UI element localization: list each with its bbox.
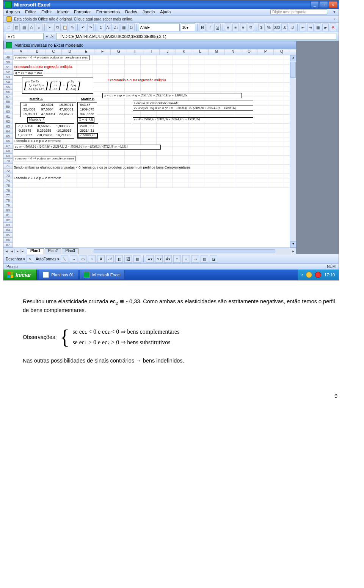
draw-menu[interactable]: Desenhar ▾ bbox=[6, 257, 25, 261]
row-71[interactable]: 71 bbox=[3, 164, 13, 169]
align-left-icon[interactable]: ≡ bbox=[225, 24, 231, 31]
row-86[interactable]: 86 bbox=[3, 238, 13, 243]
row-59[interactable]: 59 bbox=[3, 104, 13, 109]
indent-dec-icon[interactable]: ⇤ bbox=[300, 24, 306, 31]
col-G[interactable]: G bbox=[111, 49, 127, 55]
help-dropdown-icon[interactable]: ▾ bbox=[333, 9, 336, 14]
sort-desc-icon[interactable]: Z↓ bbox=[113, 24, 119, 31]
preview-icon[interactable]: ⌕ bbox=[36, 24, 42, 31]
taskbar-item-excel[interactable]: Microsoft Excel bbox=[80, 270, 125, 280]
tab-next-icon[interactable]: ▸ bbox=[15, 249, 20, 253]
wordart-icon[interactable]: 𝒜 bbox=[106, 255, 114, 263]
row-66[interactable]: 66 bbox=[3, 139, 13, 144]
row-61[interactable]: 61 bbox=[3, 114, 13, 119]
selected-cell-E71[interactable]: -15098,28 bbox=[78, 134, 97, 137]
tab-plan3[interactable]: Plan3 bbox=[62, 248, 78, 254]
name-box[interactable]: E71 bbox=[6, 33, 44, 40]
row-50[interactable]: 50 bbox=[3, 60, 13, 65]
row-75[interactable]: 75 bbox=[3, 183, 13, 188]
col-K[interactable]: K bbox=[176, 49, 192, 55]
diagram-icon[interactable]: ◧ bbox=[115, 255, 123, 263]
col-D[interactable]: D bbox=[62, 49, 78, 55]
row-73[interactable]: 73 bbox=[3, 173, 13, 178]
row-82[interactable]: 82 bbox=[3, 218, 13, 223]
row-54[interactable]: 54 bbox=[3, 80, 13, 85]
redo-icon[interactable]: ↷ bbox=[87, 24, 94, 31]
thousands-icon[interactable]: 000 bbox=[273, 24, 281, 31]
row-69[interactable]: 69 bbox=[3, 154, 13, 159]
tray-shield-icon[interactable] bbox=[306, 272, 312, 278]
line-color-icon[interactable]: ✎▾ bbox=[155, 255, 163, 263]
genuine-office-infobar[interactable]: Esta cópia do Office não é original. Cli… bbox=[3, 16, 339, 23]
format-painter-icon[interactable]: ✎ bbox=[69, 24, 75, 31]
col-M[interactable]: M bbox=[209, 49, 225, 55]
row-80[interactable]: 80 bbox=[3, 208, 13, 213]
row-70[interactable]: 70 bbox=[3, 159, 13, 164]
arrow-style-icon[interactable]: ⇢ bbox=[191, 255, 199, 263]
col-A[interactable]: A bbox=[13, 49, 29, 55]
line-style-icon[interactable]: ≡ bbox=[173, 255, 181, 263]
menu-janela[interactable]: Janela bbox=[143, 9, 155, 14]
font-color-icon[interactable]: A bbox=[330, 24, 336, 31]
copy-icon[interactable]: ⧉ bbox=[54, 24, 61, 31]
row-51[interactable]: 51 bbox=[3, 65, 13, 70]
col-C[interactable]: C bbox=[46, 49, 62, 55]
undo-icon[interactable]: ↶ bbox=[80, 24, 86, 31]
row-79[interactable]: 79 bbox=[3, 203, 13, 208]
dash-style-icon[interactable]: ┉ bbox=[182, 255, 190, 263]
merge-icon[interactable]: ⧉ bbox=[248, 24, 254, 31]
row-85[interactable]: 85 bbox=[3, 233, 13, 238]
row-53[interactable]: 53 bbox=[3, 75, 13, 80]
col-H[interactable]: H bbox=[127, 49, 143, 55]
col-B[interactable]: B bbox=[29, 49, 46, 55]
row-55[interactable]: 55 bbox=[3, 85, 13, 90]
row-67[interactable]: 67 bbox=[3, 144, 13, 149]
3d-icon[interactable]: ◪ bbox=[210, 255, 217, 263]
menu-dados[interactable]: Dados bbox=[125, 9, 137, 14]
save-icon[interactable]: ▤ bbox=[21, 24, 27, 31]
align-right-icon[interactable]: ≡ bbox=[240, 24, 246, 31]
menu-ferramentas[interactable]: Ferramentas bbox=[96, 9, 120, 14]
menu-arquivo[interactable]: Arquivo bbox=[6, 9, 20, 14]
row-56[interactable]: 56 bbox=[3, 90, 13, 95]
menu-inserir[interactable]: Inserir bbox=[57, 9, 69, 14]
percent-icon[interactable]: % bbox=[266, 24, 272, 31]
col-J[interactable]: J bbox=[160, 49, 176, 55]
tab-plan2[interactable]: Plan2 bbox=[45, 248, 61, 254]
row-78[interactable]: 78 bbox=[3, 198, 13, 203]
omega-icon[interactable]: Ω bbox=[128, 24, 135, 31]
bold-icon[interactable]: N bbox=[199, 24, 206, 31]
clipart-icon[interactable]: 🖼 bbox=[124, 255, 132, 263]
line-icon[interactable]: ＼ bbox=[61, 255, 68, 263]
font-name-dropdown[interactable]: Arial ▾ bbox=[139, 24, 180, 31]
row-62[interactable]: 62 bbox=[3, 119, 13, 124]
maximize-button[interactable]: □ bbox=[320, 1, 328, 8]
row-87[interactable]: 87 bbox=[3, 243, 13, 247]
col-Q[interactable]: Q bbox=[274, 49, 290, 55]
oval-icon[interactable]: ○ bbox=[88, 255, 96, 263]
menu-editar[interactable]: Editar bbox=[25, 9, 36, 14]
picture-icon[interactable]: ▦ bbox=[133, 255, 141, 263]
align-center-icon[interactable]: ≡ bbox=[232, 24, 239, 31]
select-arrow-icon[interactable]: ↖ bbox=[27, 255, 34, 263]
menu-exibir[interactable]: Exibir bbox=[41, 9, 52, 14]
row-64[interactable]: 64 bbox=[3, 129, 13, 134]
tab-prev-icon[interactable]: ◂ bbox=[9, 249, 15, 253]
fill-color-icon[interactable]: ▰ bbox=[322, 24, 329, 31]
col-O[interactable]: O bbox=[241, 49, 257, 55]
print-icon[interactable]: ⎙ bbox=[28, 24, 35, 31]
start-button[interactable]: Iniciar bbox=[3, 270, 37, 280]
new-file-icon[interactable]: □ bbox=[6, 24, 12, 31]
menu-ajuda[interactable]: Ajuda bbox=[160, 9, 171, 14]
col-N[interactable]: N bbox=[225, 49, 241, 55]
select-all-corner[interactable] bbox=[3, 49, 13, 54]
cut-icon[interactable]: ✂ bbox=[47, 24, 53, 31]
scroll-down-icon[interactable]: ▾ bbox=[290, 241, 296, 247]
minimize-button[interactable]: _ bbox=[311, 1, 319, 8]
row-58[interactable]: 58 bbox=[3, 99, 13, 104]
menu-formatar[interactable]: Formatar bbox=[74, 9, 91, 14]
row-49[interactable]: 49 bbox=[3, 55, 13, 60]
taskbar-item-planilhas[interactable]: Planilhas 01 bbox=[39, 270, 78, 280]
row-77[interactable]: 77 bbox=[3, 193, 13, 198]
tray-alert-icon[interactable] bbox=[315, 272, 321, 278]
